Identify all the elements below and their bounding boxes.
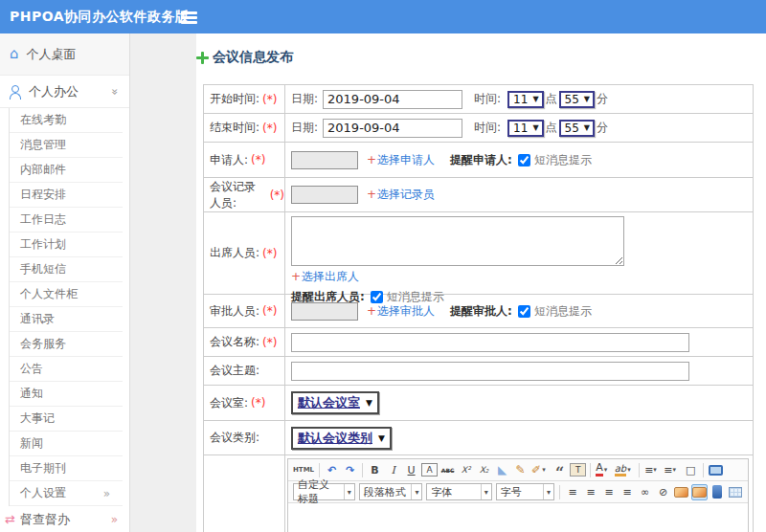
align-justify-icon[interactable]: ≡ xyxy=(619,484,635,500)
form-row-editor: HTML ↶ ↷ B I U A ABC X² X₂ ◣ ✎ xyxy=(204,455,753,532)
sidebar-item-contacts[interactable]: 通讯录 xyxy=(10,307,123,332)
sidebar-item-schedule[interactable]: 日程安排 xyxy=(10,183,123,208)
sidebar-submenu: 在线考勤 消息管理 内部邮件 日程安排 工作日志 工作计划 手机短信 个人文件柜… xyxy=(9,108,129,506)
subscript-icon[interactable]: X₂ xyxy=(476,462,492,478)
form-row-meeting-name: 会议名称:(*) xyxy=(204,328,753,357)
applicant-input[interactable] xyxy=(291,151,358,169)
chevron-down-icon: » xyxy=(107,88,121,95)
sidebar-item-e-journal[interactable]: 电子期刊 xyxy=(10,456,123,481)
sidebar-item-personal-settings[interactable]: 个人设置 » xyxy=(10,481,123,506)
sidebar-item-announcement[interactable]: 公告 xyxy=(10,357,123,382)
caret-down-icon: ▾ xyxy=(344,484,354,499)
font-size-select[interactable]: 字号▾ xyxy=(496,483,554,500)
underline-icon[interactable]: U xyxy=(403,462,419,478)
redo-icon[interactable]: ↷ xyxy=(342,462,358,478)
form-row-meeting-category: 会议类别: 默认会议类别 ▼ xyxy=(204,421,753,455)
highlight-color-button[interactable]: ab▾ xyxy=(614,462,635,478)
insert-table-button[interactable] xyxy=(728,484,744,500)
remove-link-icon[interactable]: ⊘ xyxy=(655,484,671,500)
meeting-form: 开始时间:(*) 日期: 时间: 11▼ 点 55▼ 分 结束时间:(*) 日期… xyxy=(203,84,754,532)
ordered-list-icon: ≡ xyxy=(644,464,652,477)
meeting-name-input[interactable] xyxy=(291,333,689,352)
required-mark: (*) xyxy=(262,93,277,106)
end-date-input[interactable] xyxy=(323,119,462,138)
hamburger-menu-icon[interactable] xyxy=(181,11,197,14)
end-hour-select[interactable]: 11▼ xyxy=(507,120,543,137)
new-page-icon[interactable]: □ xyxy=(683,462,699,478)
custom-title-select[interactable]: 自定义标题▾ xyxy=(293,483,355,500)
caret-down-icon: ▼ xyxy=(584,123,590,132)
ordered-list-button[interactable]: ≡▾ xyxy=(643,462,661,478)
sidebar-item-meeting-service[interactable]: 会务服务 xyxy=(10,332,123,357)
align-center-icon[interactable]: ≡ xyxy=(582,484,598,500)
font-color-icon: A xyxy=(596,463,603,477)
start-minute-select[interactable]: 55▼ xyxy=(559,91,595,108)
choose-applicant-link[interactable]: +选择申请人 xyxy=(367,152,435,168)
choose-approver-link[interactable]: +选择审批人 xyxy=(367,303,435,320)
paste-text-icon[interactable]: T xyxy=(570,463,586,477)
approver-sms-checkbox[interactable] xyxy=(518,305,530,318)
editor-content-area[interactable] xyxy=(288,503,748,532)
sidebar-item-notice[interactable]: 通知 xyxy=(10,382,123,407)
supervise-icon: ⇄ xyxy=(5,512,15,526)
choose-attendees-link[interactable]: +选择出席人 xyxy=(291,270,359,283)
sidebar-item-memorabilia[interactable]: 大事记 xyxy=(10,407,123,432)
image-icon xyxy=(674,487,688,498)
start-hour-select[interactable]: 11▼ xyxy=(507,91,543,108)
sidebar-item-internal-mail[interactable]: 内部邮件 xyxy=(10,158,123,183)
recorder-input[interactable] xyxy=(291,186,358,204)
insert-link-icon[interactable]: ∞ xyxy=(637,484,653,500)
remove-format-icon[interactable]: ◣ xyxy=(494,462,510,478)
fullscreen-icon xyxy=(709,465,723,476)
table-icon xyxy=(729,487,742,498)
format-brush-icon[interactable]: ✎ xyxy=(512,462,529,478)
sidebar-item-supervision[interactable]: ⇄ 督查督办 » xyxy=(0,506,129,532)
undo-icon[interactable]: ↶ xyxy=(324,462,340,478)
insert-image-button[interactable] xyxy=(673,484,689,500)
applicant-sms-checkbox[interactable] xyxy=(518,154,530,166)
start-date-input[interactable] xyxy=(323,90,462,109)
attendees-textarea[interactable] xyxy=(291,216,624,266)
sidebar-item-sms[interactable]: 手机短信 xyxy=(10,257,123,282)
bold-icon[interactable]: B xyxy=(367,462,383,478)
paragraph-format-select[interactable]: 段落格式▾ xyxy=(359,483,423,500)
font-color-button[interactable]: A▾ xyxy=(595,462,612,478)
align-left-icon[interactable]: ≡ xyxy=(564,484,580,500)
meeting-category-select[interactable]: 默认会议类别 ▼ xyxy=(291,427,392,450)
font-family-select[interactable]: 字体▾ xyxy=(426,483,491,500)
sidebar-item-work-plan[interactable]: 工作计划 xyxy=(10,233,123,257)
superscript-icon[interactable]: X² xyxy=(458,462,474,478)
format-painter-icon[interactable]: ✐▾ xyxy=(530,462,550,478)
sidebar-item-news[interactable]: 新闻 xyxy=(10,432,123,456)
form-row-approver: 审批人员:(*) +选择审批人 提醒审批人: 短消息提示 xyxy=(204,295,753,328)
sidebar-item-messages[interactable]: 消息管理 xyxy=(10,133,123,158)
unordered-list-button[interactable]: ≡▾ xyxy=(663,462,680,478)
blockquote-icon[interactable]: “ xyxy=(552,462,568,478)
end-minute-select[interactable]: 55▼ xyxy=(559,120,595,137)
required-mark: (*) xyxy=(262,247,277,260)
unordered-list-icon: ≡ xyxy=(664,464,671,477)
meeting-room-select[interactable]: 默认会议室 ▼ xyxy=(291,391,379,414)
form-row-start-time: 开始时间:(*) 日期: 时间: 11▼ 点 55▼ 分 xyxy=(204,85,753,114)
caret-down-icon: ▼ xyxy=(378,433,385,443)
sidebar-item-work-log[interactable]: 工作日志 xyxy=(10,208,123,233)
image-upload-icon xyxy=(692,487,707,498)
insert-local-image-button[interactable] xyxy=(691,484,708,500)
caret-down-icon: ▼ xyxy=(584,95,590,103)
approver-input[interactable] xyxy=(291,302,358,321)
sidebar-item-attendance[interactable]: 在线考勤 xyxy=(10,108,123,133)
choose-recorder-link[interactable]: +选择记录员 xyxy=(367,187,435,203)
meeting-topic-input[interactable] xyxy=(291,362,689,381)
font-border-icon[interactable]: A xyxy=(421,463,438,477)
sidebar-item-file-cabinet[interactable]: 个人文件柜 xyxy=(10,282,123,307)
insert-media-button[interactable] xyxy=(710,484,726,500)
fullscreen-button[interactable] xyxy=(708,462,724,478)
html-source-button[interactable]: HTML xyxy=(292,462,315,478)
align-right-icon[interactable]: ≡ xyxy=(600,484,617,500)
chevron-right-icon: » xyxy=(103,487,110,500)
caret-down-icon: ▾ xyxy=(543,484,553,499)
sidebar-item-personal-office[interactable]: 个人办公 » xyxy=(0,76,129,108)
sidebar-item-desktop[interactable]: ⌂ 个人桌面 xyxy=(0,33,129,76)
italic-icon[interactable]: I xyxy=(385,462,401,478)
strikethrough-icon[interactable]: ABC xyxy=(439,462,456,478)
